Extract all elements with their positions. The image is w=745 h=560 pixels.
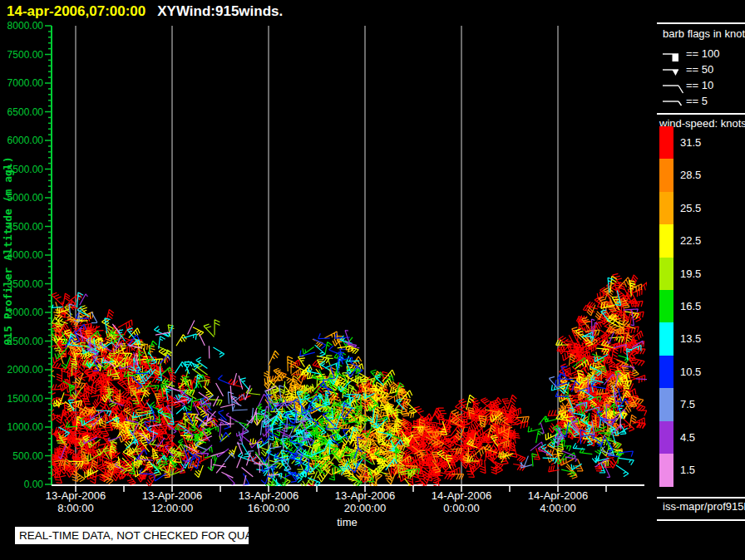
- wind-barb-plot-canvas: [0, 0, 745, 560]
- x-tick-label: 13-Apr-200620:00:00: [317, 489, 413, 514]
- speed-swatch-label: 25.5: [680, 202, 730, 214]
- legend-barb-label: == 100: [686, 47, 720, 60]
- speed-swatch-1.5: [659, 454, 673, 487]
- timestamp-label: 14-apr-2006,07:00:00: [7, 3, 146, 19]
- barb-legend-title: barb flags in knots: [663, 27, 745, 40]
- y-tick-label: 1000.00: [0, 421, 43, 433]
- speed-swatch-label: 4.5: [680, 431, 730, 444]
- wind-profiler-display: 14-apr-2006,07:00:00XYWind:915winds. 0.0…: [0, 0, 745, 560]
- y-axis-title: 915 Profiler Altitude (m agl): [2, 118, 15, 384]
- wind-speed-colorbar: 31.528.525.522.519.516.513.510.57.54.51.…: [659, 126, 745, 488]
- legend-divider-mid: [657, 113, 745, 115]
- x-tick-label: 13-Apr-200616:00:00: [220, 489, 317, 514]
- y-tick-label: 0.00: [0, 479, 43, 490]
- x-tick-label: 14-Apr-20060:00:00: [413, 489, 510, 514]
- speed-swatch-label: 31.5: [680, 136, 730, 149]
- speed-swatch-25.5: [659, 192, 673, 225]
- x-tick-label: 13-Apr-20068:00:00: [27, 489, 124, 514]
- y-tick-label: 500.00: [0, 450, 43, 462]
- y-tick-label: 6500.00: [0, 106, 43, 118]
- y-tick-label: 8000.00: [0, 20, 43, 32]
- speed-swatch-10.5: [659, 356, 673, 389]
- plot-title: XYWind:915winds.: [157, 3, 283, 19]
- speed-swatch-label: 7.5: [680, 398, 730, 410]
- speed-swatch-label: 22.5: [680, 234, 730, 247]
- title-bar: 14-apr-2006,07:00:00XYWind:915winds.: [7, 3, 283, 20]
- flag-50-icon: [673, 70, 679, 76]
- speed-swatch-13.5: [659, 322, 673, 356]
- speed-swatch-31.5: [659, 126, 673, 160]
- x-tick-label: 13-Apr-200612:00:00: [124, 489, 220, 514]
- speed-swatch-label: 10.5: [680, 366, 730, 378]
- speed-swatch-22.5: [659, 224, 673, 258]
- speed-swatch-label: 13.5: [680, 332, 730, 345]
- speed-swatch-label: 28.5: [680, 169, 730, 181]
- footer-divider-bottom: [657, 519, 745, 521]
- speed-swatch-label: 19.5: [680, 268, 730, 280]
- legend-barb-label: == 5: [686, 95, 708, 107]
- flag-10-icon: [678, 86, 683, 93]
- y-tick-label: 7500.00: [0, 49, 43, 61]
- y-tick-label: 7000.00: [0, 77, 43, 89]
- barb-flag-legend: == 100== 50== 10== 5: [657, 42, 745, 110]
- y-tick-label: 1500.00: [0, 393, 43, 405]
- speed-swatch-19.5: [659, 258, 673, 291]
- quality-disclaimer-banner: REAL-TIME DATA, NOT CHECKED FOR QUALITY: [15, 527, 249, 544]
- speed-swatch-28.5: [659, 159, 673, 192]
- legend-barb-label: == 50: [686, 63, 713, 76]
- legend-barb-label: == 10: [686, 79, 713, 91]
- data-source-label: iss-mapr/prof915h: [663, 500, 745, 513]
- speed-swatch-16.5: [659, 290, 673, 323]
- speed-swatch-4.5: [659, 421, 673, 454]
- flag-5-icon: [678, 101, 682, 106]
- x-tick-label: 14-Apr-20064:00:00: [510, 489, 606, 514]
- x-axis-title: time: [316, 516, 378, 528]
- speed-swatch-label: 1.5: [680, 464, 730, 476]
- speed-swatch-label: 16.5: [680, 300, 730, 312]
- flag-100-icon: [673, 54, 679, 61]
- footer-divider-top: [657, 497, 745, 499]
- speed-swatch-7.5: [659, 388, 673, 421]
- legend-divider-top: [657, 22, 745, 24]
